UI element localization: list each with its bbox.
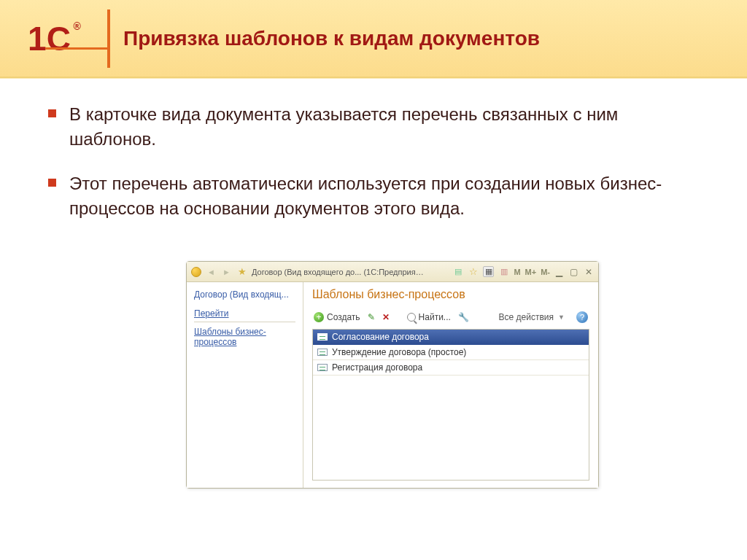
template-icon [317,364,328,371]
logo-underline [45,47,108,50]
title-area: Привязка шаблонов к видам документов [107,9,540,68]
create-button[interactable]: + Создать [314,312,360,322]
app-window: ◄ ► ★ Договор (Вид входящего до... (1С:П… [186,261,599,489]
wrench-icon: 🔧 [458,312,469,322]
bullet-text: В карточке вида документа указывается пе… [69,102,703,151]
template-list[interactable]: Согласование договора Утверждение догово… [312,329,589,481]
nav-fwd-icon[interactable]: ► [221,266,232,277]
list-item[interactable]: Утверждение договора (простое) [313,345,589,360]
calendar-icon[interactable]: ▥ [498,266,509,277]
logo-text: 1C [28,20,71,58]
favorite-icon[interactable]: ★ [236,266,247,277]
settings-button[interactable]: 🔧 [458,312,469,322]
list-item-label: Утверждение договора (простое) [332,347,466,357]
window-body: Договор (Вид входящ... Перейти Шаблоны б… [187,282,598,488]
slide-title: Привязка шаблонов к видам документов [123,26,540,51]
logo-registered: ® [74,20,81,32]
left-panel-title: Договор (Вид входящ... [194,289,295,300]
bullet-marker [48,179,56,187]
left-panel-group[interactable]: Перейти [194,308,295,322]
bullet-item: В карточке вида документа указывается пе… [48,102,703,151]
bullet-marker [48,109,56,117]
find-button[interactable]: Найти... [407,312,451,322]
bullet-text: Этот перечень автоматически используется… [69,171,703,220]
link-icon[interactable]: ▤ [452,266,463,277]
right-panel: Шаблоны бизнес-процессов + Создать ✎ ✕ [303,282,598,488]
memory-m[interactable]: M [514,268,520,276]
memory-m-plus[interactable]: M+ [525,268,537,276]
header-band: 1C® Привязка шаблонов к видам документов [0,0,747,78]
memory-m-minus[interactable]: M- [541,268,550,276]
window-title: Договор (Вид входящего до... (1С:Предпри… [252,268,427,276]
list-item[interactable]: Регистрация договора [313,360,589,376]
list-item[interactable]: Согласование договора [313,330,589,345]
plus-icon: + [314,312,324,322]
left-panel-item[interactable]: Шаблоны бизнес-процессов [194,327,295,347]
logo-1c: 1C® [28,19,71,58]
nav-back-icon[interactable]: ◄ [206,266,217,277]
all-actions-label: Все действия [499,312,554,322]
edit-button[interactable]: ✎ [368,312,375,322]
minimize-icon[interactable]: ▁ [554,267,564,277]
close-icon[interactable]: ✕ [584,267,594,277]
help-icon[interactable]: ? [576,311,588,323]
delete-button[interactable]: ✕ [382,312,390,322]
app-icon [191,267,201,277]
all-actions-button[interactable]: Все действия ▼ [499,312,565,322]
template-icon [317,349,328,356]
list-item-label: Регистрация договора [332,362,422,373]
star-icon[interactable]: ☆ [468,266,479,277]
template-icon [317,333,328,341]
toolbar: + Создать ✎ ✕ Найти... 🔧 [312,308,589,329]
logo-area: 1C® [0,0,98,77]
left-panel: Договор (Вид входящ... Перейти Шаблоны б… [187,282,303,488]
search-icon [407,313,416,322]
maximize-icon[interactable]: ▢ [568,267,579,277]
body-area: В карточке вида документа указывается пе… [48,102,703,241]
find-label: Найти... [419,312,451,322]
right-panel-title: Шаблоны бизнес-процессов [312,288,589,301]
window-titlebar[interactable]: ◄ ► ★ Договор (Вид входящего до... (1С:П… [187,262,598,282]
chevron-down-icon: ▼ [558,314,565,321]
delete-icon: ✕ [382,312,390,322]
slide: 1C® Привязка шаблонов к видам документов… [0,0,747,560]
pencil-icon: ✎ [368,312,375,322]
list-item-label: Согласование договора [332,332,429,342]
bullet-item: Этот перечень автоматически используется… [48,171,703,220]
create-label: Создать [327,312,360,322]
calc-icon[interactable]: ▦ [483,266,494,277]
